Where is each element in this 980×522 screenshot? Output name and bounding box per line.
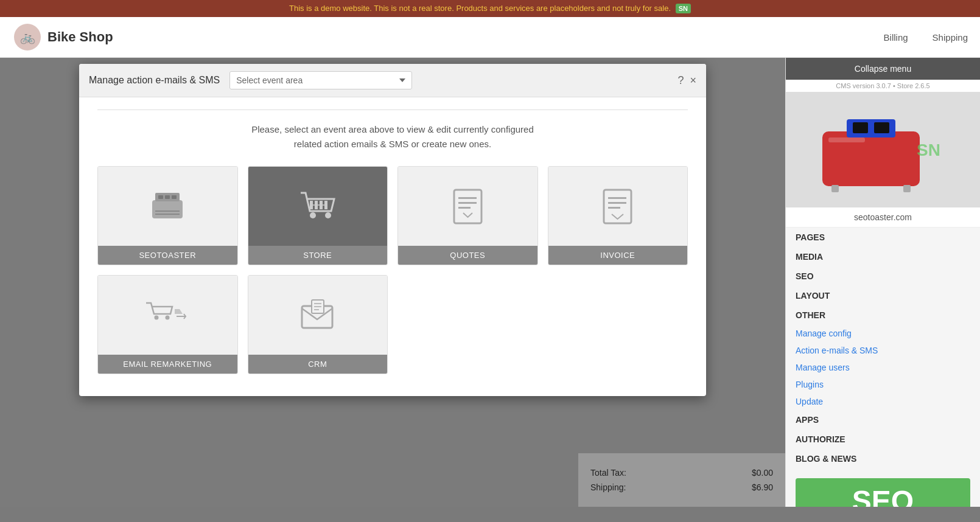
seotoaster-label: SEOTOASTER	[98, 246, 237, 265]
svg-rect-16	[454, 190, 481, 223]
event-grid: SEOTOASTER	[97, 166, 688, 265]
demo-bar: This is a demo website. This is not a re…	[0, 0, 980, 17]
invoice-label: INVOICE	[548, 246, 688, 265]
crm-label: CRM	[248, 355, 388, 374]
sidebar-link-manage-users[interactable]: Manage users	[786, 359, 980, 376]
modal-title: Manage action e-mails & SMS	[89, 75, 220, 86]
logo-icon: 🚲	[12, 22, 43, 52]
svg-rect-2	[152, 200, 183, 218]
quotes-icon-area	[398, 167, 537, 246]
close-button[interactable]: ×	[690, 74, 696, 87]
svg-rect-5	[165, 195, 170, 199]
store-label: STORE	[248, 246, 388, 265]
store-icon	[295, 184, 340, 229]
empty-cell-1	[397, 275, 538, 374]
site-header: 🚲 Bike Shop Billing Shipping	[0, 17, 980, 58]
modal-header: Manage action e-mails & SMS Select event…	[79, 64, 706, 97]
event-area-select[interactable]: Select event area SEOTOASTER STORE QUOTE…	[229, 71, 412, 89]
svg-rect-17	[458, 197, 477, 199]
seotoaster-domain: seotoaster.com	[786, 207, 980, 228]
seo-badge: SEO	[796, 478, 970, 507]
email-remarketing-icon	[143, 291, 192, 339]
seotoaster-icon	[143, 182, 192, 231]
page-content: Manage action e-mails & SMS Select event…	[0, 58, 785, 507]
sidebar-seo: SEO	[786, 266, 980, 286]
sidebar-section-title-seo: SEO	[786, 266, 980, 286]
svg-rect-37	[903, 185, 911, 192]
modal-body: Please, select an event area above to vi…	[79, 97, 706, 396]
sidebar-layout: LAYOUT	[786, 286, 980, 305]
logo-text: Bike Shop	[47, 29, 113, 45]
crm-icon-area	[248, 276, 388, 355]
svg-rect-35	[828, 137, 865, 142]
modal-description: Please, select an event area above to vi…	[97, 122, 688, 151]
svg-point-24	[155, 316, 159, 320]
sidebar-link-action-emails[interactable]: Action e-mails & SMS	[786, 342, 980, 359]
email-remarketing-label: EMAIL REMARKETING	[98, 355, 237, 374]
svg-point-15	[325, 212, 331, 218]
svg-rect-33	[853, 122, 868, 133]
svg-rect-36	[831, 185, 839, 192]
sidebar-authorize: AUTHORIZE	[786, 430, 980, 449]
sidebar-section-title-pages: PAGES	[786, 228, 980, 247]
seo-large-text: SEO	[802, 484, 964, 507]
sidebar-other: OTHER Manage config Action e-mails & SMS…	[786, 305, 980, 410]
sidebar-section-title-apps: APPS	[786, 410, 980, 430]
modal: Manage action e-mails & SMS Select event…	[79, 64, 706, 396]
sidebar-blog: BLOG & NEWS	[786, 449, 980, 468]
event-card-seotoaster[interactable]: SEOTOASTER	[97, 166, 238, 265]
svg-rect-22	[608, 202, 626, 204]
svg-rect-18	[458, 202, 477, 204]
crm-icon	[295, 293, 340, 338]
sidebar-product-image: SN	[786, 92, 980, 207]
demo-bar-text: This is a demo website. This is not a re…	[289, 4, 671, 13]
event-card-store[interactable]: STORE	[248, 166, 388, 265]
sidebar-section-title-authorize: AUTHORIZE	[786, 430, 980, 449]
svg-rect-6	[172, 195, 177, 199]
help-button[interactable]: ?	[677, 74, 684, 87]
sidebar-section-title-other: OTHER	[786, 305, 980, 325]
empty-cell-2	[548, 275, 688, 374]
invoice-icon-area	[548, 167, 688, 246]
modal-overlay: Manage action e-mails & SMS Select event…	[0, 58, 785, 507]
svg-rect-23	[608, 207, 620, 209]
email-remarketing-icon-area	[98, 276, 237, 355]
sidebar-pages: PAGES	[786, 228, 980, 247]
event-card-invoice[interactable]: INVOICE	[548, 166, 688, 265]
sidebar-section-title-layout: LAYOUT	[786, 286, 980, 305]
sidebar-link-manage-config[interactable]: Manage config	[786, 325, 980, 342]
sn-badge: SN	[676, 4, 691, 13]
svg-text:🚲: 🚲	[20, 30, 35, 44]
svg-rect-34	[874, 122, 889, 133]
sidebar-link-plugins[interactable]: Plugins	[786, 376, 980, 393]
svg-rect-21	[608, 197, 626, 199]
site-logo: 🚲 Bike Shop	[12, 22, 113, 52]
svg-rect-19	[458, 207, 471, 209]
sidebar-section-title-blog: BLOG & NEWS	[786, 449, 980, 468]
store-icon-area	[248, 167, 388, 246]
nav-billing[interactable]: Billing	[884, 32, 908, 43]
event-card-email-remarketing[interactable]: EMAIL REMARKETING	[97, 275, 238, 374]
cms-version: CMS version 3.0.7 • Store 2.6.5	[786, 80, 980, 92]
invoice-icon	[595, 184, 640, 229]
event-grid-row2: EMAIL REMARKETING	[97, 275, 688, 374]
nav-shipping[interactable]: Shipping	[933, 32, 968, 43]
modal-actions: ? ×	[677, 74, 696, 87]
seotoaster-icon-area	[98, 167, 237, 246]
svg-text:SN: SN	[917, 141, 940, 159]
sidebar-collapse[interactable]: Collapse menu	[786, 58, 980, 80]
right-sidebar: Collapse menu CMS version 3.0.7 • Store …	[785, 58, 980, 507]
quotes-label: QUOTES	[398, 246, 537, 265]
header-nav: Billing Shipping	[884, 32, 968, 43]
svg-rect-4	[158, 195, 163, 199]
svg-point-25	[166, 316, 170, 320]
svg-point-14	[310, 212, 316, 218]
sidebar-link-update[interactable]: Update	[786, 393, 980, 410]
main-area: Manage action e-mails & SMS Select event…	[0, 58, 980, 507]
sidebar-apps: APPS	[786, 410, 980, 430]
sidebar-media: MEDIA	[786, 247, 980, 266]
product-image-svg: SN	[798, 95, 968, 204]
event-card-quotes[interactable]: QUOTES	[397, 166, 538, 265]
quotes-icon	[445, 184, 491, 229]
event-card-crm[interactable]: CRM	[248, 275, 388, 374]
